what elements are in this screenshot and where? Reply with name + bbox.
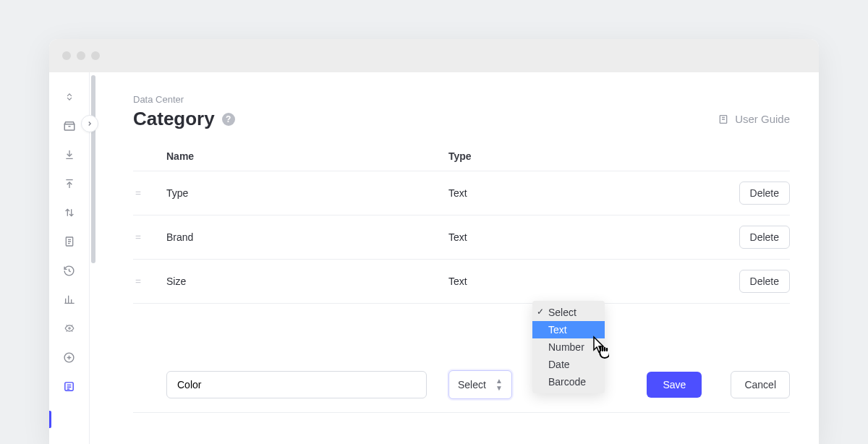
row-name: Brand [166,231,448,243]
traffic-light-minimize[interactable] [77,51,85,60]
page-title: Category [133,108,215,130]
new-row: Select ▲▼ Save Cancel [133,357,790,413]
book-icon [718,114,729,125]
breadcrumb: Data Center [133,94,790,105]
page-header: Category ? User Guide [133,108,790,130]
select-arrows-icon: ▲▼ [495,377,503,392]
drag-handle-icon[interactable] [133,234,166,241]
add-icon[interactable] [62,350,77,364]
row-name: Size [166,276,448,287]
drag-handle-icon[interactable] [133,189,166,197]
row-type: Text [448,276,732,287]
window-titlebar [49,39,819,72]
type-dropdown: Select Text Number Date Barcode [532,301,605,393]
sidebar-toggle[interactable] [81,115,98,132]
transfer-icon[interactable] [62,205,77,220]
row-name: Type [166,187,448,199]
dropdown-option-date[interactable]: Date [532,356,605,373]
table-row: Type Text Delete [133,171,790,215]
user-guide-label: User Guide [735,113,790,125]
traffic-light-zoom[interactable] [91,51,100,60]
table-row: Brand Text Delete [133,215,790,260]
box-icon[interactable] [62,119,77,133]
help-icon[interactable]: ? [222,113,235,126]
traffic-light-close[interactable] [62,51,71,60]
cancel-button[interactable]: Cancel [731,371,790,398]
download-icon[interactable] [62,148,77,162]
save-button[interactable]: Save [647,372,702,398]
row-type: Text [448,231,732,243]
delete-button[interactable]: Delete [739,270,790,293]
show-icon[interactable] [62,321,77,336]
sort-icon[interactable] [62,90,77,104]
column-type: Type [448,150,732,162]
table-header: Name Type [133,142,790,171]
content-area: Data Center Category ? User Guide Name T… [49,72,819,444]
doc-icon[interactable] [62,234,77,249]
type-select[interactable]: Select ▲▼ [448,370,512,399]
history-icon[interactable] [62,263,77,278]
column-name: Name [166,150,448,162]
upload-icon[interactable] [62,176,77,191]
dropdown-option-select[interactable]: Select [532,304,605,321]
select-label: Select [458,379,486,390]
sidebar-active-indicator [49,411,51,428]
user-guide-link[interactable]: User Guide [718,113,790,125]
dropdown-option-barcode[interactable]: Barcode [532,373,605,390]
chart-icon[interactable] [62,292,77,307]
table-row: Size Text Delete [133,260,790,304]
delete-button[interactable]: Delete [739,226,790,249]
delete-button[interactable]: Delete [739,182,790,205]
list-icon[interactable] [62,379,77,393]
row-type: Text [448,187,732,199]
main-panel: Data Center Category ? User Guide Name T… [90,72,819,444]
name-input[interactable] [166,371,427,398]
dropdown-option-text[interactable]: Text [532,321,605,338]
app-window: Data Center Category ? User Guide Name T… [49,39,819,444]
drag-handle-icon[interactable] [133,278,166,285]
svg-point-1 [68,328,69,329]
dropdown-option-number[interactable]: Number [532,338,605,356]
